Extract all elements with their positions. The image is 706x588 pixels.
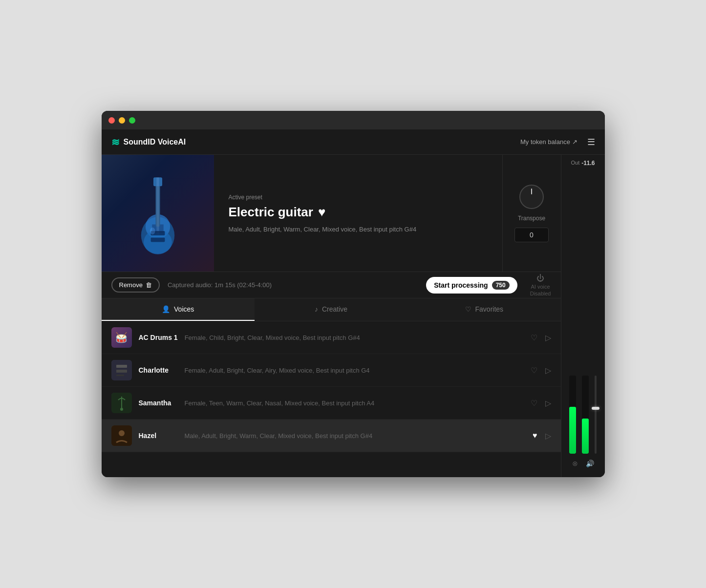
titlebar [102,111,605,129]
play-button-hazel[interactable]: ▷ [545,431,551,441]
minimize-button[interactable] [119,117,125,124]
power-icon: ⏻ [536,274,544,283]
voice-thumbnail-samantha [111,393,132,413]
level-meter-right [582,376,589,454]
toolbar: Remove 🗑 Captured audio: 1m 15s (02:45-4… [102,272,561,298]
svg-point-19 [119,430,125,436]
voice-thumbnail-charlotte [111,360,132,380]
level-meter-left [569,376,576,454]
voice-item-charlotte[interactable]: Charlotte Female, Adult, Bright, Clear, … [102,354,561,387]
voice-name-ac-drums: AC Drums 1 [139,334,178,341]
remove-label: Remove [119,281,143,289]
favorite-button-charlotte[interactable]: ♡ [531,366,537,375]
play-button-samantha[interactable]: ▷ [545,399,551,408]
out-value: -11.6 [581,160,599,167]
out-header: Out -11.6 [561,160,605,170]
out-label: Out [566,160,580,166]
voice-list: 🥁 AC Drums 1 Female, Child, Bright, Clea… [102,321,561,477]
captured-audio-label: Captured audio: 1m 15s (02:45-4:00) [168,281,418,289]
knob-marker [531,189,532,194]
voice-name-samantha: Samantha [139,399,178,407]
svg-rect-13 [116,365,127,368]
voice-actions-charlotte: ♡ ▷ [531,366,551,375]
app-header: ≋ SoundID VoiceAI My token balance ↗ ☰ [102,129,605,155]
list-empty-space [102,452,561,477]
svg-rect-14 [116,370,127,373]
active-preset-label: Active preset [229,194,488,201]
sidebar-controls: ⊗ 🔊 [572,460,594,472]
app-title: SoundID VoiceAI [124,138,186,147]
fader-track [595,376,597,454]
main-window: ≋ SoundID VoiceAI My token balance ↗ ☰ [102,111,605,477]
center-content: Active preset Electric guitar ♥ Male, Ad… [102,155,561,477]
link-icon[interactable]: ⊗ [572,460,578,467]
voice-actions-ac-drums: ♡ ▷ [531,333,551,342]
voice-actions-samantha: ♡ ▷ [531,399,551,408]
preset-info: Active preset Electric guitar ♥ Male, Ad… [214,155,502,272]
voice-name-hazel: Hazel [139,432,178,440]
maximize-button[interactable] [129,117,135,124]
token-balance-link[interactable]: My token balance ↗ [520,138,578,146]
trash-icon: 🗑 [146,281,152,289]
favorites-tab-label: Favorites [475,305,504,313]
svg-rect-15 [116,375,124,376]
svg-rect-10 [150,237,165,242]
token-balance-label: My token balance [520,138,570,146]
transpose-knob[interactable] [519,185,544,209]
logo-icon: ≋ [111,136,120,148]
voice-tags-samantha: Female, Teen, Warm, Clear, Nasal, Mixed … [185,399,524,407]
voices-tab-icon: 👤 [162,305,170,313]
voice-tags-charlotte: Female, Adult, Bright, Clear, Airy, Mixe… [185,367,524,374]
ai-voice-status: Disabled [530,291,551,296]
start-processing-button[interactable]: Start processing 750 [426,277,517,294]
close-button[interactable] [108,117,115,124]
svg-point-11 [150,227,155,234]
preset-name: Electric guitar ♥ [229,205,488,220]
svg-point-17 [120,408,123,411]
play-button-charlotte[interactable]: ▷ [545,366,551,375]
favorites-tab-icon: ♡ [465,305,471,313]
creative-tab-label: Creative [322,305,347,313]
play-button-ac-drums[interactable]: ▷ [545,333,551,342]
tab-bar: 👤 Voices ♪ Creative ♡ Favorites [102,298,561,321]
remove-button[interactable]: Remove 🗑 [111,277,160,293]
voice-tags-hazel: Male, Adult, Bright, Warm, Clear, Mixed … [185,432,526,440]
favorite-button-samantha[interactable]: ♡ [531,399,537,408]
tab-favorites[interactable]: ♡ Favorites [407,298,560,321]
preset-heart-icon[interactable]: ♥ [318,205,325,220]
voice-thumbnail-ac-drums: 🥁 [111,327,132,348]
preset-name-text: Electric guitar [229,205,313,220]
start-processing-label: Start processing [434,281,488,289]
token-balance-arrow: ↗ [572,138,578,146]
level-meter-left-fill [569,407,576,454]
voice-name-charlotte: Charlotte [139,366,178,374]
ai-voice-toggle[interactable]: ⏻ AI voice Disabled [530,274,551,296]
voice-thumbnail-hazel [111,425,132,446]
preset-tags: Male, Adult, Bright, Warm, Clear, Mixed … [229,226,488,233]
ai-voice-label: AI voice [531,284,550,290]
menu-icon[interactable]: ☰ [587,137,595,147]
volume-icon[interactable]: 🔊 [586,460,594,467]
preset-area: Active preset Electric guitar ♥ Male, Ad… [102,155,561,272]
main-content: Active preset Electric guitar ♥ Male, Ad… [102,155,605,477]
meters-container [564,175,601,454]
level-meter-right-fill [582,419,589,454]
favorite-button-hazel[interactable]: ♥ [533,431,537,440]
voice-item-hazel[interactable]: Hazel Male, Adult, Bright, Warm, Clear, … [102,420,561,452]
right-sidebar: Out -11.6 ⊗ 🔊 [561,155,605,477]
voice-tags-ac-drums: Female, Child, Bright, Clear, Mixed voic… [185,334,524,341]
voice-item-samantha[interactable]: Samantha Female, Teen, Warm, Clear, Nasa… [102,387,561,420]
app-logo: ≋ SoundID VoiceAI [111,136,520,148]
voice-actions-hazel: ♥ ▷ [533,431,551,441]
voice-item-ac-drums[interactable]: 🥁 AC Drums 1 Female, Child, Bright, Clea… [102,321,561,354]
preset-image [102,155,214,272]
transpose-value[interactable]: 0 [514,228,549,242]
fader-thumb[interactable] [592,407,599,410]
tab-voices[interactable]: 👤 Voices [102,298,255,321]
token-cost-badge: 750 [492,281,510,290]
creative-tab-icon: ♪ [315,305,318,313]
tab-creative[interactable]: ♪ Creative [255,298,407,321]
favorite-button-ac-drums[interactable]: ♡ [531,333,537,342]
transpose-area: Transpose 0 [502,155,561,272]
voices-tab-label: Voices [174,305,194,313]
